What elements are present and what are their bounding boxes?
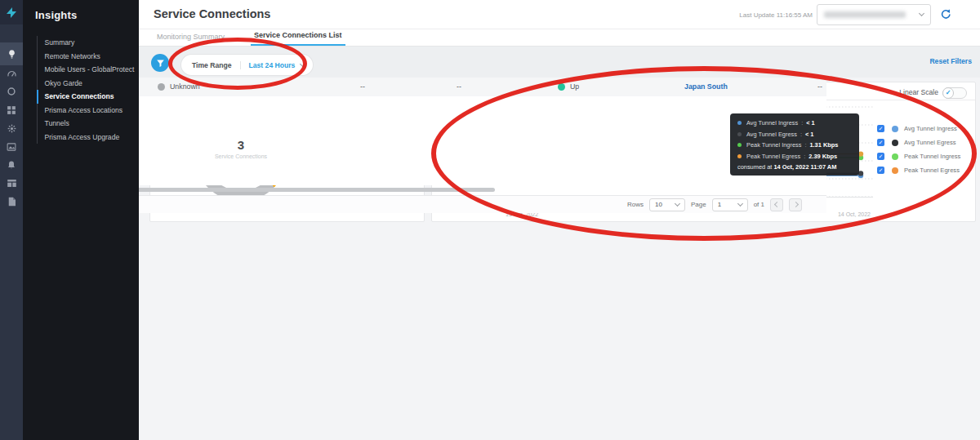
tooltip-separator: : — [804, 141, 806, 149]
location-link[interactable]: Japan South — [684, 82, 728, 91]
tooltip-footer-prefix: consumed at — [737, 163, 773, 171]
page-value: 1 — [718, 201, 721, 208]
rail-layout-icon[interactable] — [0, 173, 23, 193]
bandwidth-legend-label: Peak Tunnel Egress — [904, 167, 960, 174]
logo-icon — [5, 6, 18, 19]
sidebar-item-prisma-access-locations[interactable]: Prisma Access Locations — [37, 104, 136, 118]
tooltip-dot-icon — [737, 121, 742, 125]
page-select[interactable]: 1 — [712, 198, 748, 211]
tooltip-dot-icon — [737, 132, 742, 136]
gauge-icon — [7, 69, 17, 79]
refresh-button[interactable] — [939, 8, 952, 21]
cell-text: -- — [360, 82, 365, 91]
page-title: Service Connections — [154, 7, 270, 20]
page-label: Page — [691, 201, 706, 208]
checkbox-checked-icon[interactable] — [877, 167, 884, 174]
tooltip-footer: consumed at 14 Oct, 2022 11:07 AM — [737, 163, 852, 171]
sidebar-item-okyo-garde[interactable]: Okyo Garde — [37, 77, 136, 91]
checkbox-checked-icon[interactable] — [877, 139, 884, 146]
tooltip-separator: : — [800, 131, 802, 138]
tooltip-series-value: 2.39 Kbps — [808, 153, 837, 160]
tab-service-connections-list[interactable]: Service Connections List — [251, 31, 345, 46]
rows-per-page-select[interactable]: 10 — [649, 198, 685, 211]
sidebar-item-prisma-access-upgrade[interactable]: Prisma Access Upgrade — [37, 131, 136, 144]
donut-center: 3 Service Connections — [195, 138, 287, 159]
checkbox-checked-icon[interactable] — [877, 153, 884, 160]
tab-monitoring-summary[interactable]: Monitoring Summary — [154, 33, 228, 46]
rows-value: 10 — [655, 201, 662, 208]
account-dropdown[interactable] — [817, 4, 931, 25]
rail-gear-icon[interactable] — [0, 118, 23, 138]
chart-tooltip: Avg Tunnel Ingress:< 1Avg Tunnel Egress:… — [730, 113, 859, 176]
last-update-text: Last Update 11:16:55 AM — [739, 11, 813, 19]
sidebar-title: Insights — [35, 9, 77, 21]
time-range-label: Time Range — [192, 61, 241, 69]
chevron-down-icon — [919, 11, 924, 16]
rail-ring-icon[interactable] — [0, 82, 23, 101]
bell-icon — [7, 160, 16, 170]
ring-icon — [7, 87, 16, 96]
tooltip-dot-icon — [737, 154, 742, 158]
reset-filters-link[interactable]: Reset Filters — [929, 57, 972, 65]
rail-file-icon[interactable] — [0, 192, 23, 211]
table-cell: Up — [552, 82, 679, 91]
rail-insights-icon[interactable] — [0, 42, 23, 65]
rows-label: Rows — [627, 201, 644, 208]
tooltip-row: Avg Tunnel Egress:< 1 — [737, 131, 852, 138]
tooltip-series-value: < 1 — [806, 119, 814, 127]
funnel-icon — [156, 59, 165, 68]
filter-button[interactable] — [151, 54, 169, 72]
sidebar-item-remote-networks[interactable]: Remote Networks — [37, 50, 136, 64]
rail-gauge-icon[interactable] — [0, 64, 23, 83]
tooltip-series-value: < 1 — [805, 131, 813, 138]
chevron-down-icon — [675, 200, 680, 206]
rail-image-icon[interactable] — [0, 137, 23, 157]
sidebar: Insights SummaryRemote NetworksMobile Us… — [23, 0, 139, 440]
tooltip-series-label: Peak Tunnel Egress — [746, 153, 800, 160]
bandwidth-legend-label: Avg Tunnel Egress — [904, 139, 956, 146]
tab-bar: Monitoring SummaryService Connections Li… — [139, 29, 980, 47]
legend-dot-icon — [892, 167, 898, 174]
table-cell: -- — [354, 82, 451, 91]
grid-icon — [7, 105, 16, 115]
sidebar-item-tunnels[interactable]: Tunnels — [37, 117, 136, 131]
linear-scale-toggle[interactable]: ✓ — [942, 87, 967, 99]
rail-bell-icon[interactable] — [0, 155, 23, 175]
time-range-value: Last 24 Hours — [241, 61, 301, 69]
sidebar-item-service-connections[interactable]: Service Connections — [37, 90, 136, 104]
legend-dot-icon — [892, 126, 898, 132]
gear-icon — [7, 123, 17, 134]
bandwidth-legend-item: Avg Tunnel Ingress — [877, 125, 960, 132]
lightbulb-icon — [7, 49, 17, 60]
tooltip-separator: : — [804, 153, 805, 160]
bandwidth-legend-label: Peak Tunnel Ingress — [904, 153, 960, 160]
checkbox-checked-icon[interactable] — [877, 125, 884, 132]
toggle-knob: ✓ — [942, 87, 954, 99]
tooltip-series-value: 1.31 Kbps — [809, 141, 838, 149]
chevron-right-icon — [792, 202, 798, 207]
status-text: Up — [570, 82, 579, 91]
tooltip-row: Peak Tunnel Ingress:1.31 Kbps — [737, 141, 852, 149]
bandwidth-legend: Avg Tunnel IngressAvg Tunnel EgressPeak … — [877, 125, 960, 180]
rail-grid-icon[interactable] — [0, 100, 23, 120]
table-cell: -- — [246, 82, 354, 91]
tooltip-row: Peak Tunnel Egress:2.39 Kbps — [737, 153, 852, 160]
table-cell: -- — [451, 82, 552, 91]
bandwidth-legend-label: Avg Tunnel Ingress — [904, 125, 957, 132]
tooltip-footer-date: 14 Oct, 2022 11:07 AM — [773, 163, 836, 171]
bandwidth-legend-item: Peak Tunnel Ingress — [877, 153, 960, 160]
tooltip-series-label: Peak Tunnel Ingress — [746, 141, 801, 149]
sidebar-nav: SummaryRemote NetworksMobile Users - Glo… — [37, 36, 135, 144]
prev-page-button[interactable] — [770, 198, 783, 211]
cell-text: -- — [252, 82, 256, 91]
status-dot-icon — [558, 83, 565, 91]
app-logo[interactable] — [0, 0, 23, 24]
linear-scale-label: Linear Scale — [899, 88, 938, 96]
donut-total-label: Service Connections — [195, 153, 287, 159]
tooltip-separator: : — [801, 119, 803, 127]
time-range-filter[interactable]: Time Range Last 24 Hours — [181, 55, 313, 75]
next-page-button[interactable] — [789, 198, 802, 211]
sidebar-item-mobile-users-globalprotect[interactable]: Mobile Users - GlobalProtect — [37, 63, 136, 77]
sidebar-item-summary[interactable]: Summary — [37, 36, 136, 50]
chevron-down-icon — [737, 200, 743, 206]
